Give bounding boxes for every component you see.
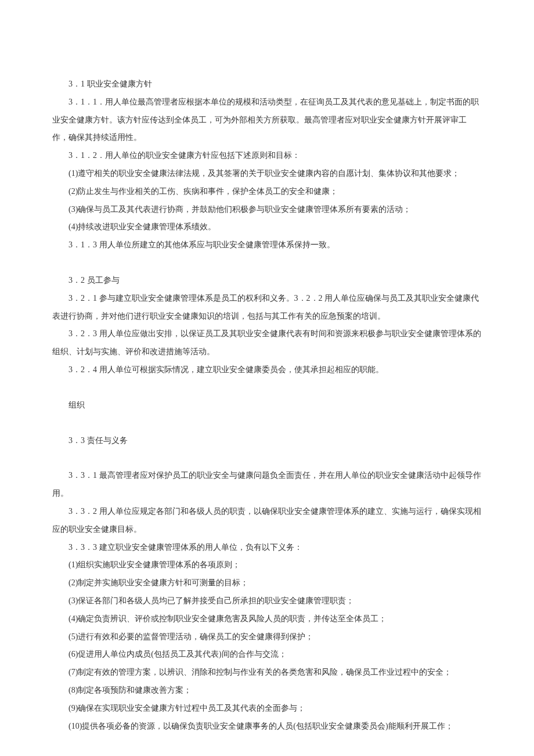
paragraph: 3．1．1．用人单位最高管理者应根据本单位的规模和活动类型，在征询员工及其代表的… <box>52 93 482 147</box>
blank-line <box>52 379 482 397</box>
paragraph: 3．3．1 最高管理者应对保护员工的职业安全与健康问题负全面责任，并在用人单位的… <box>52 467 482 503</box>
paragraph: (1)组织实施职业安全健康管理体系的各项原则； <box>52 556 482 574</box>
blank-line <box>52 415 482 432</box>
paragraph: (3)确保与员工及其代表进行协商，并鼓励他们积极参与职业安全健康管理体系所有要素… <box>52 201 482 219</box>
paragraph: (3)保证各部门和各级人员均已了解并接受自己所承担的职业安全健康管理职责； <box>52 592 482 610</box>
paragraph: 组织 <box>52 397 482 415</box>
paragraph: 3．2．1 参与建立职业安全健康管理体系是员工的权利和义务。3．2．2 用人单位… <box>52 290 482 326</box>
paragraph: 3．2 员工参与 <box>52 272 482 290</box>
paragraph: (10)提供各项必备的资源，以确保负责职业安全健康事务的人员(包括职业安全健康委… <box>52 718 482 736</box>
paragraph: 3．1 职业安全健康方针 <box>52 75 482 93</box>
document-content: 3．1 职业安全健康方针3．1．1．用人单位最高管理者应根据本单位的规模和活动类… <box>52 75 482 735</box>
paragraph: (8)制定各项预防和健康改善方案； <box>52 682 482 700</box>
paragraph: (9)确保在实现职业安全健康方针过程中员工及其代表的全面参与； <box>52 700 482 718</box>
paragraph: (5)进行有效和必要的监督管理活动，确保员工的安全健康得到保护； <box>52 628 482 646</box>
paragraph: 3．3 责任与义务 <box>52 432 482 450</box>
paragraph: 3．2．3 用人单位应做出安排，以保证员工及其职业安全健康代表有时间和资源来积极… <box>52 325 482 361</box>
paragraph: (4)确定负责辨识、评价或控制职业安全健康危害及风险人员的职责，并传达至全体员工… <box>52 610 482 628</box>
blank-line <box>52 254 482 272</box>
paragraph: 3．2．4 用人单位可根据实际情况，建立职业安全健康委员会，使其承担起相应的职能… <box>52 361 482 379</box>
paragraph: (4)持续改进职业安全健康管理体系绩效。 <box>52 218 482 236</box>
paragraph: (2)防止发生与作业相关的工伤、疾病和事件，保护全体员工的安全和健康； <box>52 183 482 201</box>
paragraph: (7)制定有效的管理方案，以辨识、消除和控制与作业有关的各类危害和风险，确保员工… <box>52 664 482 682</box>
paragraph: 3．3．2 用人单位应规定各部门和各级人员的职责，以确保职业安全健康管理体系的建… <box>52 503 482 539</box>
blank-line <box>52 449 482 467</box>
paragraph: (2)制定并实施职业安全健康方针和可测量的目标； <box>52 574 482 592</box>
paragraph: (6)促进用人单位内成员(包括员工及其代表)间的合作与交流； <box>52 646 482 664</box>
paragraph: (1)遵守相关的职业安全健康法律法规，及其签署的关于职业安全健康内容的自愿计划、… <box>52 165 482 183</box>
paragraph: 3．1．2．用人单位的职业安全健康方针应包括下述原则和目标： <box>52 147 482 165</box>
paragraph: 3．3．3 建立职业安全健康管理体系的用人单位，负有以下义务： <box>52 539 482 557</box>
paragraph: 3．1．3 用人单位所建立的其他体系应与职业安全健康管理体系保持一致。 <box>52 236 482 254</box>
